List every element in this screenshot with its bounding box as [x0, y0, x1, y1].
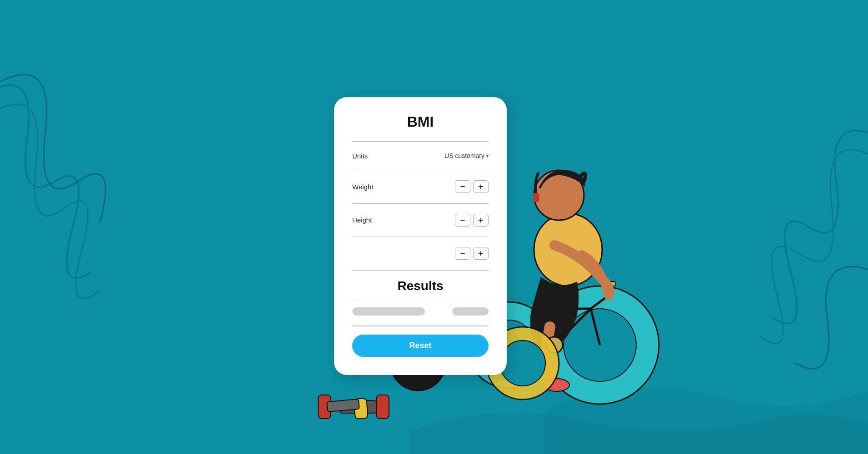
divider-3: [352, 203, 489, 204]
results-row: [352, 305, 489, 320]
weight-decrement-button[interactable]: −: [455, 180, 470, 193]
result-bar-primary: [352, 307, 425, 316]
extra-row: − +: [352, 242, 489, 264]
extra-decrement-button[interactable]: −: [455, 247, 470, 260]
divider-7: [352, 326, 489, 326]
units-value: US customary: [444, 152, 484, 159]
divider-2: [352, 170, 489, 171]
units-dropdown[interactable]: US customary ▾: [444, 152, 489, 159]
height-label: Height: [352, 216, 372, 224]
height-row: Height − +: [352, 209, 489, 231]
height-controls: − +: [455, 214, 489, 227]
height-increment-button[interactable]: +: [473, 214, 489, 227]
height-decrement-button[interactable]: −: [455, 214, 470, 227]
units-label: Units: [352, 152, 368, 160]
weight-controls: − +: [455, 180, 489, 193]
weight-increment-button[interactable]: +: [473, 180, 489, 193]
results-title: Results: [352, 279, 489, 293]
units-row: Units US customary ▾: [352, 148, 489, 164]
divider-1: [352, 141, 489, 142]
divider-5: [352, 270, 489, 271]
reset-button[interactable]: Reset: [352, 335, 489, 357]
weight-row: Weight − +: [352, 176, 489, 197]
extra-increment-button[interactable]: +: [473, 247, 489, 260]
divider-6: [352, 299, 489, 300]
bmi-title: BMI: [352, 114, 489, 130]
extra-controls: − +: [455, 247, 489, 260]
dropdown-arrow-icon: ▾: [486, 153, 489, 158]
result-bar-secondary: [452, 307, 489, 316]
bmi-card: BMI Units US customary ▾ Weight − + Heig…: [334, 97, 507, 375]
weight-label: Weight: [352, 183, 373, 191]
divider-4: [352, 237, 489, 237]
